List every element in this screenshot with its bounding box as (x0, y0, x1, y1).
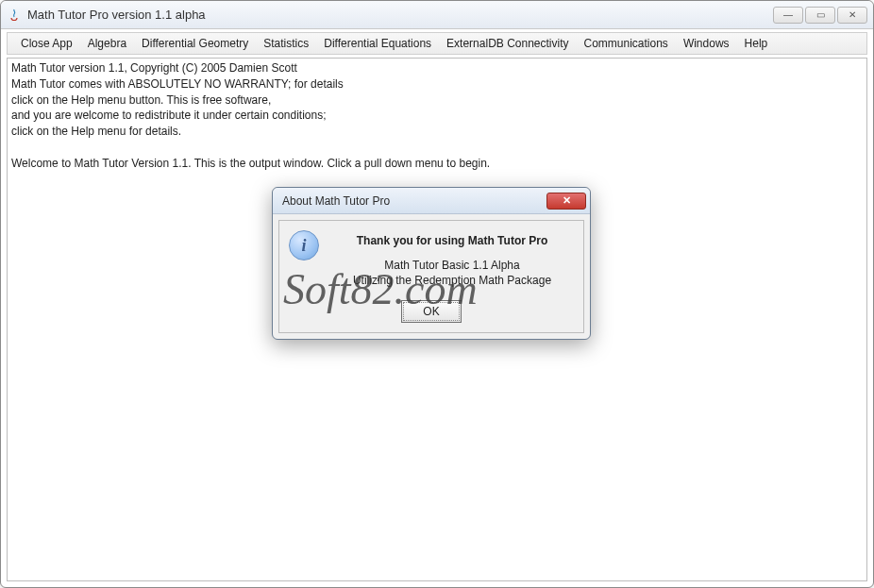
ok-button[interactable]: OK (401, 300, 462, 323)
menu-communications[interactable]: Communications (577, 34, 676, 53)
menu-statistics[interactable]: Statistics (256, 34, 316, 53)
dialog-close-button[interactable]: ✕ (546, 193, 586, 210)
about-dialog: About Math Tutor Pro ✕ i Thank you for u… (272, 187, 591, 340)
menu-help[interactable]: Help (737, 34, 776, 53)
output-text: Math Tutor version 1.1, Copyright (C) 20… (11, 60, 863, 172)
maximize-button[interactable]: ▭ (805, 7, 835, 24)
minimize-button[interactable]: — (773, 7, 803, 24)
menu-algebra[interactable]: Algebra (80, 34, 134, 53)
dialog-title: About Math Tutor Pro (282, 194, 546, 208)
dialog-heading: Thank you for using Math Tutor Pro (330, 234, 574, 247)
menubar: Close App Algebra Differential Geometry … (7, 32, 867, 55)
dialog-line2: Utilizing the Redemption Math Package (330, 274, 574, 287)
dialog-content-row: i Thank you for using Math Tutor Pro Mat… (289, 230, 574, 289)
dialog-titlebar: About Math Tutor Pro ✕ (273, 188, 590, 214)
dialog-text: Thank you for using Math Tutor Pro Math … (330, 230, 574, 289)
window-controls: — ▭ ✕ (773, 7, 867, 24)
dialog-body: i Thank you for using Math Tutor Pro Mat… (278, 220, 584, 333)
menu-externaldb[interactable]: ExternalDB Connectivity (439, 34, 576, 53)
window-title: Math Tutor Pro version 1.1 alpha (27, 8, 773, 22)
menu-differential-geometry[interactable]: Differential Geometry (134, 34, 256, 53)
info-icon: i (289, 230, 319, 260)
titlebar: Math Tutor Pro version 1.1 alpha — ▭ ✕ (1, 1, 873, 29)
dialog-line1: Math Tutor Basic 1.1 Alpha (330, 259, 574, 272)
menu-differential-equations[interactable]: Differential Equations (316, 34, 439, 53)
close-button[interactable]: ✕ (837, 7, 867, 24)
menu-close-app[interactable]: Close App (13, 34, 80, 53)
menu-windows[interactable]: Windows (676, 34, 737, 53)
java-icon (7, 8, 22, 23)
